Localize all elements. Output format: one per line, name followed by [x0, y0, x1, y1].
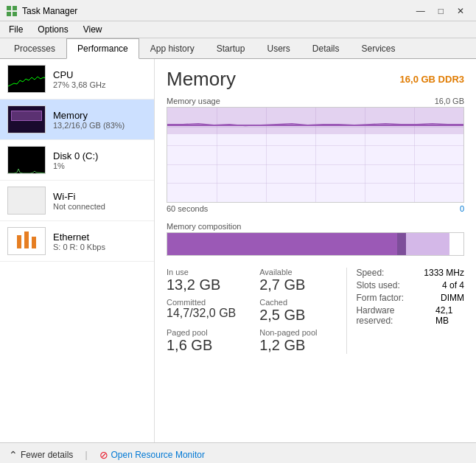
tab-services[interactable]: Services — [351, 38, 407, 59]
svg-rect-9 — [32, 237, 36, 248]
svg-rect-8 — [24, 232, 29, 248]
sidebar-item-memory[interactable]: Memory 13,2/16,0 GB (83%) — [0, 100, 154, 140]
paged-pool-value: 1,6 GB — [167, 337, 253, 354]
resource-monitor-label: Open Resource Monitor — [111, 450, 205, 460]
content-area: CPU 27% 3,68 GHz Memory 13,2/16,0 GB (83… — [0, 59, 476, 442]
non-paged-pool-value: 1,2 GB — [259, 337, 346, 354]
window-controls: — □ ✕ — [410, 4, 470, 18]
speed-value: 1333 MHz — [424, 268, 464, 278]
cached-stat: Cached 2,5 GB — [259, 298, 346, 324]
stats-right: Speed: 1333 MHz Slots used: 4 of 4 Form … — [346, 268, 464, 354]
stats-left: In use 13,2 GB Available 2,7 GB Committe… — [167, 268, 346, 354]
sidebar-item-disk[interactable]: Disk 0 (C:) 1% — [0, 140, 154, 181]
chart-label: Memory usage — [167, 97, 220, 105]
tab-bar: Processes Performance App history Startu… — [0, 38, 476, 59]
in-use-stat: In use 13,2 GB — [167, 268, 253, 293]
disk-thumbnail — [7, 146, 46, 174]
ethernet-label: Ethernet — [53, 232, 105, 243]
tab-processes[interactable]: Processes — [3, 38, 66, 59]
composition-section: Memory composition — [167, 219, 464, 256]
memory-chart — [167, 107, 464, 203]
main-title: Memory — [167, 68, 236, 91]
comp-free — [449, 233, 463, 255]
in-use-label: In use — [167, 268, 253, 276]
cached-label: Cached — [259, 298, 346, 307]
cpu-value: 27% 3,68 GHz — [53, 80, 106, 89]
speed-label: Speed: — [356, 268, 384, 278]
paged-pool-stat: Paged pool 1,6 GB — [167, 328, 253, 354]
svg-rect-3 — [13, 12, 17, 16]
ethernet-value: S: 0 R: 0 Kbps — [53, 243, 105, 251]
non-paged-pool-stat: Non-paged pool 1,2 GB — [259, 328, 346, 354]
svg-rect-5 — [8, 147, 46, 174]
sidebar-item-cpu[interactable]: CPU 27% 3,68 GHz — [0, 59, 154, 100]
maximize-button[interactable]: □ — [433, 4, 449, 18]
tab-apphistory[interactable]: App history — [139, 38, 206, 59]
title-bar-label: Task Manager — [22, 6, 77, 16]
chart-min: 0 — [460, 204, 464, 213]
close-button[interactable]: ✕ — [451, 4, 470, 18]
comp-modified — [397, 233, 406, 255]
disk-label: Disk 0 (C:) — [53, 150, 98, 161]
available-stat: Available 2,7 GB — [259, 268, 346, 293]
stats-bottom: In use 13,2 GB Available 2,7 GB Committe… — [167, 268, 464, 354]
available-value: 2,7 GB — [259, 276, 346, 293]
svg-rect-1 — [13, 6, 17, 10]
memory-usage-chart-section: Memory usage 16,0 GB — [167, 97, 464, 213]
resource-monitor-icon: ⊘ — [99, 449, 108, 461]
wifi-label: Wi-Fi — [53, 191, 105, 202]
slots-value: 4 of 4 — [442, 280, 464, 290]
tab-performance[interactable]: Performance — [66, 38, 139, 59]
bottom-bar: ⌃ Fewer details | ⊘ Open Resource Monito… — [0, 442, 476, 463]
chart-max: 16,0 GB — [435, 97, 464, 105]
separator: | — [85, 450, 87, 460]
memory-label: Memory — [53, 110, 125, 121]
committed-label: Committed — [167, 298, 253, 307]
tab-users[interactable]: Users — [256, 38, 301, 59]
tab-details[interactable]: Details — [301, 38, 351, 59]
app-icon — [6, 5, 18, 17]
comp-standby — [406, 233, 449, 255]
svg-rect-0 — [7, 6, 11, 10]
wifi-thumbnail — [7, 187, 46, 215]
composition-bar — [167, 232, 464, 256]
menu-file[interactable]: File — [6, 23, 26, 36]
committed-stat: Committed 14,7/32,0 GB — [167, 298, 253, 324]
cpu-label: CPU — [53, 69, 106, 80]
in-use-value: 13,2 GB — [167, 276, 253, 293]
minimize-button[interactable]: — — [410, 4, 431, 18]
committed-value: 14,7/32,0 GB — [167, 307, 253, 320]
form-label: Form factor: — [356, 293, 404, 303]
memory-thumbnail — [7, 105, 46, 133]
disk-value: 1% — [53, 161, 98, 170]
sidebar-item-wifi[interactable]: Wi-Fi Not connected — [0, 181, 154, 221]
fewer-details-label: Fewer details — [21, 450, 73, 460]
resource-monitor-button[interactable]: ⊘ Open Resource Monitor — [99, 449, 205, 461]
main-header: Memory 16,0 GB DDR3 — [167, 68, 464, 91]
menu-bar: File Options View — [0, 21, 476, 38]
svg-rect-2 — [7, 12, 11, 16]
available-label: Available — [259, 268, 346, 276]
main-subtitle: 16,0 GB DDR3 — [400, 74, 464, 85]
hw-reserved-value: 42,1 MB — [435, 305, 464, 326]
cpu-thumbnail — [7, 65, 46, 93]
main-panel: Memory 16,0 GB DDR3 Memory usage 16,0 GB — [155, 59, 476, 442]
slots-label: Slots used: — [356, 280, 399, 290]
sidebar-item-ethernet[interactable]: Ethernet S: 0 R: 0 Kbps — [0, 221, 154, 262]
memory-value: 13,2/16,0 GB (83%) — [53, 121, 125, 130]
comp-in-use — [167, 233, 397, 255]
title-bar: Task Manager — □ ✕ — [0, 0, 476, 21]
wifi-value: Not connected — [53, 202, 105, 211]
menu-options[interactable]: Options — [35, 23, 71, 36]
form-value: DIMM — [441, 293, 464, 303]
paged-pool-label: Paged pool — [167, 328, 253, 337]
fewer-details-button[interactable]: ⌃ Fewer details — [9, 449, 73, 461]
sidebar: CPU 27% 3,68 GHz Memory 13,2/16,0 GB (83… — [0, 59, 155, 442]
hw-reserved-label: Hardware reserved: — [356, 305, 424, 326]
chevron-up-icon: ⌃ — [9, 449, 18, 461]
menu-view[interactable]: View — [80, 23, 105, 36]
tab-startup[interactable]: Startup — [206, 38, 256, 59]
ethernet-thumbnail — [7, 227, 46, 255]
composition-label: Memory composition — [167, 222, 464, 231]
chart-time: 60 seconds — [167, 204, 208, 213]
